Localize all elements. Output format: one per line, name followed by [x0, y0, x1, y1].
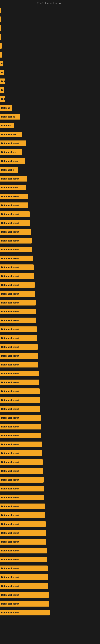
bar-label: Bottleneck result: [1, 567, 19, 570]
bar-row: Bottleneck result: [0, 555, 100, 564]
bar-row: [0, 32, 100, 42]
bar-label: Bottleneck result: [1, 231, 19, 233]
bar-label: Bottleneck result: [1, 550, 19, 552]
bar: Bottleneck result: [0, 610, 50, 616]
bar-label: B: [1, 62, 3, 65]
bar-label: Bottleneck result: [1, 257, 19, 260]
bar-row: Bot: [0, 94, 100, 104]
bar-row: Bottleneck result: [0, 245, 100, 254]
bar: Bot: [0, 78, 5, 84]
bar: Bottleneck result: [0, 450, 42, 456]
bar-row: B: [0, 59, 100, 68]
bar-label: Bottleneck result: [1, 426, 19, 428]
bar: Bottleneck resul: [0, 185, 26, 190]
bar: Bottleneck result: [0, 371, 39, 376]
bar-label: Bottleneck result: [1, 505, 19, 508]
bar-label: Bot: [1, 80, 5, 82]
bar-label: Bottleneck result: [1, 275, 19, 277]
bar-label: Bottlene: [1, 107, 10, 109]
bar-row: Bottleneck result: [0, 413, 100, 422]
bar-row: Bottleneck result: [0, 449, 100, 458]
bar-row: Bottleneck result: [0, 254, 100, 263]
bar: [0, 8, 1, 13]
bar: Bottleneck result: [0, 353, 38, 359]
bar-row: Bottleneck result: [0, 192, 100, 201]
bar-row: [0, 15, 100, 24]
bar-row: Bottleneck result: [0, 396, 100, 404]
bar-label: Bottleneck result: [1, 372, 19, 375]
bar: Bottleneck result: [0, 211, 30, 217]
bar: Bottleneck result: [0, 424, 41, 430]
bar-row: Bottleneck res: [0, 148, 100, 156]
bar-row: Bottleneck result: [0, 582, 100, 590]
bar-row: Bottleneck result: [0, 608, 100, 617]
bar-row: Bottleneck result: [0, 573, 100, 582]
bar-row: Bottleneck result: [0, 511, 100, 520]
bar-row: Bottleneck resul: [0, 156, 100, 166]
bar: Bottleneck result: [0, 566, 48, 571]
bar-label: Bottleneck result: [1, 461, 19, 463]
bar-row: Bottleneck result: [0, 210, 100, 218]
bars-container: BBoBotBoBotBottleneBottleneck reBottlene…: [0, 6, 100, 617]
bar-label: Bottleneck result: [1, 337, 19, 339]
bar-label: Bottleneck result: [1, 443, 19, 446]
bar-label: Bottleneck result: [1, 248, 19, 251]
bar-row: Bo: [0, 68, 100, 77]
bar: Bottleneck result: [0, 574, 48, 580]
bar: Bottleneck result: [0, 539, 47, 544]
bar-label: Bottleneck resul: [1, 186, 18, 189]
bar-row: Bottleneck result: [0, 431, 100, 440]
bar: Bottleneck result: [0, 592, 49, 598]
bar-row: Bottleneck result: [0, 263, 100, 272]
bar: Bottleneck result: [0, 433, 41, 438]
bar-row: Bottleneck result: [0, 546, 100, 555]
bar: Bottleneck result: [0, 530, 46, 536]
bar: Bottleneck resul: [0, 158, 25, 164]
bar-row: Bottleneck result: [0, 599, 100, 608]
bar: Bottleneck r: [0, 167, 18, 173]
bar-label: Bottleneck result: [1, 416, 19, 419]
bar-label: Bottleneck result: [1, 602, 19, 605]
bar-label: Bottleneck result: [1, 354, 19, 357]
bar-row: Bottleneck r: [0, 166, 100, 174]
bar: Bottleneck result: [0, 548, 47, 554]
bar-row: Bottleneck result: [0, 387, 100, 396]
bar-label: Bottleneck res: [1, 151, 16, 153]
bar: [0, 16, 1, 22]
bar-row: Bottleneck result: [0, 520, 100, 528]
bar: Bo: [0, 87, 4, 93]
bar-row: Bottleneck result: [0, 528, 100, 537]
bar-row: Bottleneck result: [0, 342, 100, 352]
bar: B: [0, 61, 3, 66]
bar-label: Bo: [1, 71, 3, 74]
bar-label: Bottleneck result: [1, 594, 19, 596]
bar: Bottleneck result: [0, 318, 36, 323]
bar: Bottleneck res: [0, 149, 22, 155]
bar: Bottleneck result: [0, 229, 31, 235]
bar: Bottleneck result: [0, 468, 43, 474]
bar-label: Bottleneck result: [1, 585, 19, 587]
bar-row: Bottleneck result: [0, 466, 100, 475]
bar-label: Bottleneck result: [1, 399, 19, 401]
bar-row: Bottlenec: [0, 121, 100, 130]
bar-label: Bottleneck result: [1, 381, 19, 384]
bar-label: Bottleneck result: [1, 292, 19, 295]
bar-label: Bottleneck r: [1, 169, 14, 171]
bar: Bottleneck result: [0, 220, 30, 226]
bar: Bot: [0, 96, 5, 102]
bar: Bottleneck result: [0, 256, 33, 261]
bar-label: Bottleneck resul: [1, 160, 18, 162]
bar: Bottleneck result: [0, 495, 44, 500]
bar: Bottleneck result: [0, 176, 27, 182]
bar-row: Bottleneck res: [0, 130, 100, 139]
bar-label: Bottleneck result: [1, 195, 19, 198]
bar-row: Bottleneck result: [0, 334, 100, 342]
bar-row: Bottlene: [0, 104, 100, 112]
bar-label: Bottleneck result: [1, 178, 19, 180]
bar: Bottleneck result: [0, 477, 44, 482]
bar-row: [0, 50, 100, 59]
bar-row: [0, 6, 100, 15]
bar-row: Bottleneck result: [0, 236, 100, 245]
bar: Bottleneck result: [0, 300, 36, 306]
bar-row: Bottleneck result: [0, 360, 100, 369]
